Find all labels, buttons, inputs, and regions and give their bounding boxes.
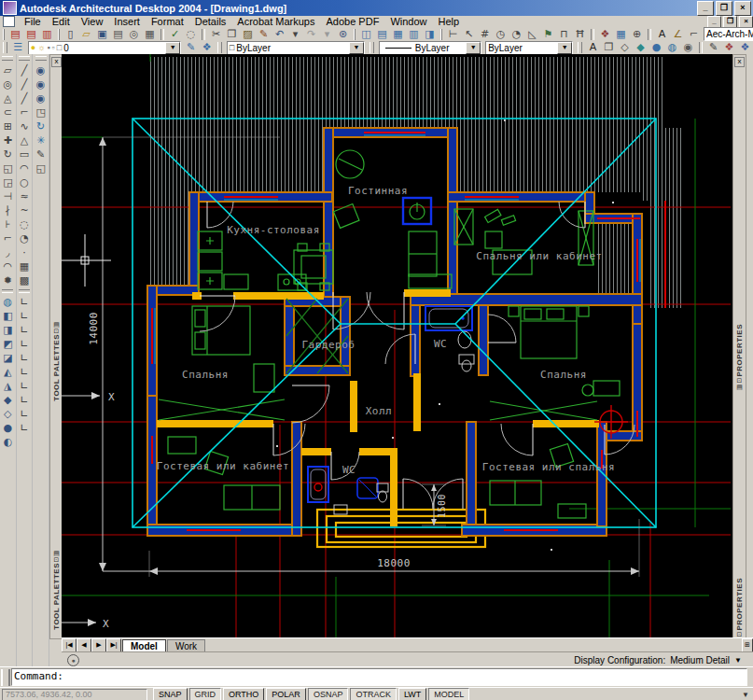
view-top-icon[interactable]: ◧ bbox=[0, 309, 15, 323]
edit-attribute-icon[interactable]: ❖ bbox=[737, 41, 753, 54]
status-bar-menu-icon[interactable]: ▼ bbox=[742, 691, 753, 699]
view-back-icon[interactable]: ◮ bbox=[0, 379, 15, 393]
layer-manager-icon[interactable]: ☰ bbox=[10, 41, 26, 54]
next-tab-button[interactable]: ▶ bbox=[91, 638, 106, 652]
markup-icon[interactable]: ◨ bbox=[422, 28, 438, 41]
polar-clock-icon[interactable]: ◔ bbox=[509, 28, 524, 41]
view-sw-iso-icon[interactable]: ◆ bbox=[0, 393, 15, 407]
lengthen-icon[interactable]: ⊣ bbox=[0, 189, 15, 203]
dim-style-icon[interactable]: ⌐ bbox=[686, 28, 702, 41]
render-sphere-icon[interactable]: ◍ bbox=[0, 295, 15, 309]
polyline-icon[interactable]: ⌐ bbox=[17, 105, 32, 119]
menu-view[interactable]: View bbox=[76, 16, 109, 27]
hatch-icon[interactable]: ▦ bbox=[17, 259, 32, 273]
minimize-button[interactable]: _ bbox=[697, 1, 714, 16]
view-right-icon[interactable]: ◪ bbox=[0, 351, 15, 365]
menu-edit[interactable]: Edit bbox=[47, 16, 76, 27]
layer-previous-icon[interactable]: ❖ bbox=[199, 41, 215, 54]
grid-toggle[interactable]: GRID bbox=[189, 688, 222, 700]
cut-icon[interactable]: ✂ bbox=[208, 28, 224, 41]
acrobat-batch-conversion-icon[interactable]: ▥ bbox=[39, 28, 55, 41]
scrollbar-splitter[interactable]: ⊞ bbox=[742, 638, 753, 652]
last-tab-button[interactable]: ▶| bbox=[106, 638, 121, 652]
color-combo[interactable]: □ ByLayer ▼ bbox=[227, 41, 365, 55]
layout-flag-icon[interactable]: ⚑ bbox=[540, 28, 556, 41]
center-snap-icon[interactable]: ⊕ bbox=[629, 28, 645, 41]
window-tool-icon[interactable]: # bbox=[477, 28, 493, 41]
offset-icon[interactable]: ⊂ bbox=[0, 105, 15, 119]
plot-preview-icon[interactable]: ◎ bbox=[126, 28, 142, 41]
revcloud-icon[interactable]: ≈ bbox=[17, 189, 32, 203]
wireframe-icon[interactable]: ◇ bbox=[617, 41, 633, 54]
menu-help[interactable]: Help bbox=[433, 16, 466, 27]
door-tool-icon[interactable]: ↖ bbox=[461, 28, 477, 41]
designcenter-icon[interactable]: ◫ bbox=[358, 28, 374, 41]
ucs-y-icon[interactable]: ∟ bbox=[17, 407, 32, 421]
redo-dropdown-icon[interactable]: ▾ bbox=[319, 28, 335, 41]
tool-palettes-icon[interactable]: ▤ bbox=[374, 28, 390, 41]
group-icon[interactable]: ❐ bbox=[601, 41, 617, 54]
command-input[interactable]: Command: bbox=[11, 668, 747, 686]
mass-group-icon[interactable]: ◉ bbox=[34, 77, 49, 91]
chevron-down-icon[interactable]: ▼ bbox=[165, 42, 180, 54]
toolbar-grip[interactable] bbox=[354, 29, 356, 40]
lineweight-combo[interactable]: ByLayer ▼ bbox=[485, 41, 573, 55]
display-configuration-value[interactable]: Medium Detail bbox=[670, 655, 730, 665]
ucs-object-icon[interactable]: ∟ bbox=[17, 309, 32, 323]
ucs-z-icon[interactable]: ∟ bbox=[17, 421, 32, 435]
snowflake-icon[interactable]: ✳ bbox=[34, 133, 49, 147]
publish-icon[interactable]: ▦ bbox=[142, 28, 158, 41]
layer-combo[interactable]: ●☼▪▫□ 0 ▼ bbox=[28, 41, 181, 55]
paste-icon[interactable]: ▨ bbox=[240, 28, 256, 41]
flat-shaded-icon[interactable]: ● bbox=[648, 41, 664, 54]
model-toggle[interactable]: MODEL bbox=[428, 688, 469, 700]
save-icon[interactable]: ▣ bbox=[94, 28, 110, 41]
tab-work[interactable]: Work bbox=[167, 639, 205, 652]
coordinate-readout[interactable]: 7573.06, 4936.42, 0.00 bbox=[2, 689, 147, 700]
menu-file[interactable]: File bbox=[19, 16, 47, 27]
copy-clip-icon[interactable]: ❐ bbox=[224, 28, 240, 41]
ucs-view-icon[interactable]: ∟ bbox=[17, 337, 32, 351]
snap-toggle[interactable]: SNAP bbox=[153, 688, 188, 700]
acrobat-convert-icon[interactable]: ▤ bbox=[7, 28, 23, 41]
ucs-x-icon[interactable]: ∟ bbox=[17, 393, 32, 407]
layer-freeze-sun-icon[interactable]: ☼ bbox=[37, 43, 45, 52]
toolbar-grip[interactable] bbox=[370, 42, 374, 53]
trim-icon[interactable]: ∤ bbox=[0, 203, 15, 217]
tab-model[interactable]: Model bbox=[122, 639, 166, 652]
text-style-icon[interactable]: A bbox=[654, 28, 670, 41]
command-line-grip[interactable] bbox=[1, 669, 10, 686]
toolbar-grip[interactable] bbox=[3, 29, 5, 40]
polygon-icon[interactable]: △ bbox=[17, 133, 32, 147]
ucs-origin-icon[interactable]: ∟ bbox=[17, 351, 32, 365]
multiline-icon[interactable]: ╱ bbox=[17, 91, 32, 105]
view-nw-iso-icon[interactable]: ◐ bbox=[0, 435, 15, 449]
display-manager-icon[interactable]: ▦ bbox=[613, 28, 629, 41]
first-tab-button[interactable]: |◀ bbox=[62, 638, 77, 652]
doc-minimize-button[interactable]: _ bbox=[707, 16, 721, 28]
make-object-layer-current-icon[interactable]: ✎ bbox=[183, 41, 199, 54]
ucs-face-icon[interactable]: ∟ bbox=[17, 323, 32, 337]
construction-line-icon[interactable]: ╱ bbox=[17, 77, 32, 91]
polar-toggle[interactable]: POLAR bbox=[266, 688, 306, 700]
line-icon[interactable]: ╱ bbox=[17, 63, 32, 77]
rotate-icon[interactable]: ↻ bbox=[0, 147, 15, 161]
roof-tool-icon[interactable]: ◳ bbox=[34, 105, 49, 119]
grid-display-icon[interactable]: ⊓ bbox=[556, 28, 572, 41]
3dpolyline-icon[interactable]: ∿ bbox=[17, 119, 32, 133]
lwt-toggle[interactable]: LWT bbox=[398, 688, 426, 700]
chevron-down-icon[interactable]: ▼ bbox=[734, 656, 742, 665]
ucs-zaxis-icon[interactable]: ∟ bbox=[17, 365, 32, 379]
edit-hatch-icon[interactable]: ❖ bbox=[721, 41, 737, 54]
properties-anchor-bar[interactable]: x PROPERTIES ⊡ ▤ PROPERTIES ⊡ bbox=[732, 54, 746, 639]
gouraud-shaded-icon[interactable]: ◍ bbox=[664, 41, 680, 54]
properties-tab[interactable]: PROPERTIES ⊡ ▤ bbox=[733, 324, 746, 455]
render-icon[interactable]: ◉ bbox=[680, 41, 696, 54]
document-icon[interactable] bbox=[3, 16, 15, 27]
menu-details[interactable]: Details bbox=[189, 16, 232, 27]
annotation-pencil-icon[interactable]: ✎ bbox=[34, 147, 49, 161]
properties-palette-icon[interactable]: ▦ bbox=[390, 28, 406, 41]
doc-restore-button[interactable]: ❐ bbox=[723, 16, 737, 28]
rotate-view-icon[interactable]: ↻ bbox=[34, 119, 49, 133]
copy-icon[interactable]: ◎ bbox=[0, 77, 15, 91]
